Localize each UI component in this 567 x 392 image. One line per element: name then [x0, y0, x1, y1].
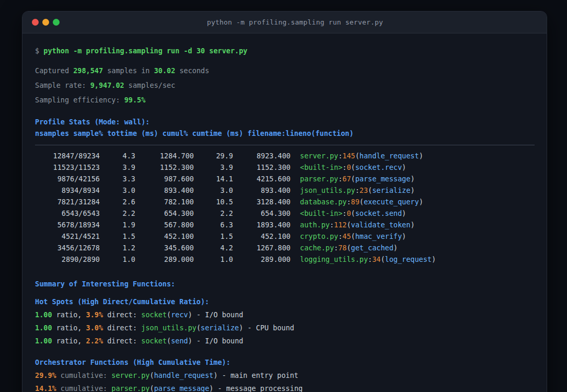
- open-paren: (: [346, 221, 351, 229]
- colon: :: [368, 255, 372, 263]
- sample-pct-cell: 2.6: [100, 196, 135, 207]
- cumul-pct-cell: 1.5: [194, 230, 233, 242]
- line-number: 0: [346, 163, 351, 171]
- line-number: 78: [338, 244, 346, 252]
- hot-spot-item: 1.00 ratio, 2.2% direct: socket(send) - …: [35, 335, 533, 347]
- table-row: 7821/312842.6782.10010.53128.400database…: [35, 196, 533, 207]
- location-cell: cache.py:78(get_cached): [300, 242, 398, 253]
- tottime-cell: 1284.700: [135, 150, 194, 162]
- efficiency-label: Sampling efficiency:: [35, 96, 120, 104]
- filename: logging_utils.py: [300, 255, 368, 263]
- table-separator: [35, 145, 535, 145]
- call-site: json_utils.py(serialize): [141, 324, 243, 332]
- table-row: 11523/115233.91152.3003.91152.300<built-…: [35, 162, 533, 173]
- terminal-body[interactable]: $ python -m profiling.sampling run -d 30…: [22, 33, 547, 392]
- colon: :: [346, 198, 351, 206]
- open-paren: (: [196, 324, 201, 332]
- function-name: socket.send: [355, 209, 402, 217]
- tottime-cell: 782.100: [135, 196, 194, 207]
- orchestrator-heading: Orchestrator Functions (High Cumulative …: [35, 356, 533, 368]
- ratio-value: 1.00: [35, 324, 52, 332]
- function-name: serialize: [201, 324, 239, 332]
- open-paren: (: [351, 232, 355, 240]
- bound-note: - I/O bound: [196, 337, 243, 345]
- minimize-button[interactable]: [42, 19, 49, 26]
- open-paren: (: [149, 371, 154, 379]
- open-paren: (: [351, 163, 355, 171]
- open-paren: (: [149, 384, 154, 392]
- open-paren: (: [351, 209, 355, 217]
- direct-label: direct:: [107, 310, 137, 319]
- direct-label: direct:: [107, 324, 137, 332]
- module-name: socket: [141, 337, 167, 345]
- tottime-cell: 345.600: [135, 242, 194, 253]
- cumul-pct-cell: 3.0: [194, 185, 233, 196]
- function-name: handle_request: [154, 371, 214, 379]
- close-paren: ): [188, 337, 192, 345]
- open-paren: (: [346, 244, 351, 252]
- colon: :: [355, 186, 360, 194]
- tottime-cell: 1152.300: [135, 162, 194, 173]
- filename: json_utils.py: [300, 186, 355, 194]
- close-paren: ): [239, 324, 243, 332]
- close-button[interactable]: [32, 19, 39, 26]
- table-row: 3456/126781.2345.6004.21267.800cache.py:…: [35, 242, 533, 253]
- close-paren: ): [402, 163, 406, 171]
- line-number: 45: [342, 232, 351, 240]
- function-name: recv: [171, 310, 188, 319]
- sample-rate-line: Sample rate: 9,947.02 samples/sec: [35, 79, 533, 91]
- module-name: server.py: [111, 371, 149, 379]
- zoom-button[interactable]: [53, 19, 60, 26]
- nsamples-cell: 9876/42156: [35, 173, 100, 185]
- cumulative-label: cumulative:: [61, 371, 107, 379]
- function-name: log_request: [385, 255, 432, 263]
- sample-pct-cell: 1.0: [100, 253, 135, 265]
- call-site: socket(send): [141, 337, 192, 345]
- ratio-label: ratio,: [56, 310, 82, 319]
- orchestrator-list: 29.9% cumulative: server.py(handle_reque…: [35, 370, 533, 392]
- open-paren: (: [380, 255, 385, 263]
- filename: server.py: [300, 152, 338, 160]
- tottime-cell: 289.000: [135, 253, 194, 265]
- line-number: 23: [360, 186, 368, 194]
- cumtime-cell: 654.300: [233, 207, 291, 219]
- cumtime-cell: 1152.300: [233, 162, 291, 173]
- orchestrator-item: 29.9% cumulative: server.py(handle_reque…: [35, 370, 533, 381]
- location-cell: parser.py:67(parse_message): [300, 173, 415, 185]
- cumul-pct-cell: 4.2: [194, 242, 233, 253]
- table-row: 4521/45211.5452.1001.5452.100crypto.py:4…: [35, 230, 533, 242]
- nsamples-cell: 12847/89234: [35, 150, 100, 162]
- call-site: socket(recv): [141, 310, 192, 319]
- line-number: 0: [346, 209, 351, 217]
- hot-spots-heading: Hot Spots (High Direct/Cumulative Ratio)…: [35, 296, 533, 307]
- open-paren: (: [167, 337, 171, 345]
- profile-table: 12847/892344.31284.70029.98923.400server…: [35, 150, 533, 265]
- direct-pct: 3.0%: [86, 324, 103, 332]
- nsamples-cell: 3456/12678: [35, 242, 100, 253]
- tottime-cell: 452.100: [135, 230, 194, 242]
- table-row: 12847/892344.31284.70029.98923.400server…: [35, 150, 533, 162]
- location-cell: json_utils.py:23(serialize): [300, 185, 415, 196]
- cumtime-cell: 4215.600: [233, 173, 291, 185]
- call-site: server.py(handle_request): [111, 371, 217, 379]
- close-paren: ): [402, 209, 406, 217]
- filename: crypto.py: [300, 232, 338, 240]
- module-name: json_utils.py: [141, 324, 196, 332]
- filename: <built-in>: [300, 163, 342, 171]
- nsamples-cell: 5678/18934: [35, 219, 100, 230]
- role-note: - main entry point: [222, 371, 298, 379]
- close-paren: ): [213, 371, 217, 379]
- open-paren: (: [355, 152, 360, 160]
- close-paren: ): [402, 232, 406, 240]
- window-title: python -m profiling.sampling run server.…: [22, 18, 547, 26]
- cumul-pct-cell: 29.9: [194, 150, 233, 162]
- close-paren: ): [410, 186, 414, 194]
- prompt-symbol: $: [35, 47, 39, 55]
- filename: cache.py: [300, 244, 334, 252]
- role-note: - message processing: [218, 384, 303, 392]
- ratio-value: 1.00: [35, 337, 52, 345]
- line-number: 67: [342, 175, 351, 183]
- command-text: python -m profiling.sampling run -d 30 s…: [43, 47, 247, 55]
- function-name: socket.recv: [355, 163, 402, 171]
- samples-count: 298,547: [73, 66, 103, 75]
